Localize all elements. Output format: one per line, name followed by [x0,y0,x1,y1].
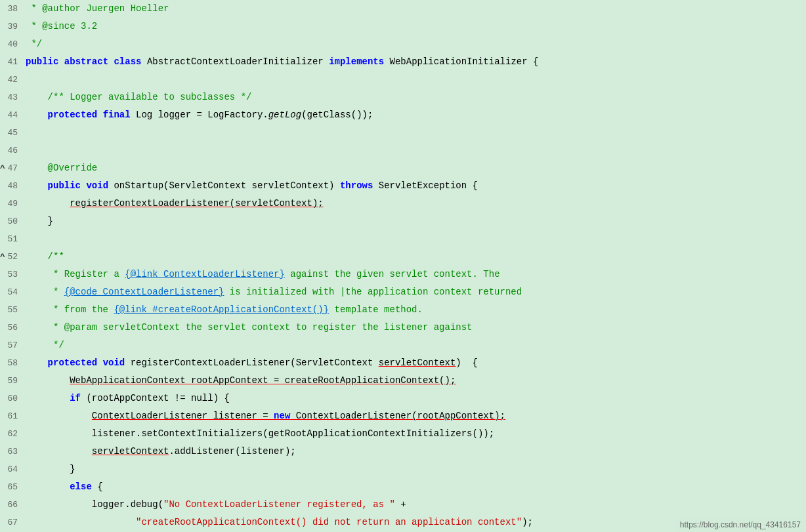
line-num-58: 58 [0,354,23,372]
line-num-49: 49 [0,195,23,213]
line-content-66: logger.debug("No ContextLoaderListener r… [23,496,806,514]
line-num-65: 65 [0,478,23,496]
code-line-42: 42 [0,71,806,89]
line-content-38: * @author Juergen Hoeller [23,0,806,18]
line-content-49: registerContextLoaderListener(servletCon… [23,195,806,213]
line-num-44: 44 [0,106,23,124]
code-line-54: 54 * {@code ContextLoaderListener} is in… [0,283,806,301]
code-line-62: 62 listener.setContextInitializers(getRo… [0,425,806,443]
code-line-64: 64 } [0,460,806,478]
line-content-40: */ [23,35,806,53]
line-num-59: 59 [0,372,23,390]
code-line-46: 46 [0,142,806,159]
code-line-60: 60 if (rootAppContext != null) { [0,390,806,407]
code-line-53: 53 * Register a {@link ContextLoaderList… [0,266,806,283]
line-content-52: /** [23,248,806,266]
code-line-41: 41 public abstract class AbstractContext… [0,53,806,71]
line-content-48: public void onStartup(ServletContext ser… [23,177,806,195]
line-content-50: } [23,213,806,230]
code-line-61: 61 ContextLoaderListener listener = new … [0,407,806,425]
code-line-44: 44 protected final Log logger = LogFacto… [0,106,806,124]
code-line-58: 58 protected void registerContextLoaderL… [0,354,806,372]
line-num-67: 67 [0,514,23,531]
line-content-47: @Override [23,159,806,177]
code-line-63: 63 servletContext.addListener(listener); [0,443,806,460]
line-num-48: 48 [0,177,23,195]
code-line-52: 52 /** [0,248,806,266]
line-num-38: 38 [0,0,23,18]
line-num-57: 57 [0,337,23,354]
code-line-65: 65 else { [0,478,806,496]
code-line-49: 49 registerContextLoaderListener(servlet… [0,195,806,213]
line-num-54: 54 [0,283,23,301]
line-content-64: } [23,460,806,478]
line-content-53: * Register a {@link ContextLoaderListene… [23,266,806,283]
code-line-59: 59 WebApplicationContext rootAppContext … [0,372,806,390]
line-content-60: if (rootAppContext != null) { [23,390,806,407]
line-num-56: 56 [0,319,23,337]
code-line-47: 47 @Override [0,159,806,177]
line-num-63: 63 [0,443,23,460]
code-line-55: 55 * from the {@link #createRootApplicat… [0,301,806,319]
line-num-47: 47 [0,159,23,177]
line-num-66: 66 [0,496,23,514]
code-line-45: 45 [0,124,806,142]
line-content-43: /** Logger available to subclasses */ [23,89,806,106]
line-content-62: listener.setContextInitializers(getRootA… [23,425,806,443]
line-num-52: 52 [0,248,23,266]
code-line-66: 66 logger.debug("No ContextLoaderListene… [0,496,806,514]
line-content-61: ContextLoaderListener listener = new Con… [23,407,806,425]
code-line-43: 43 /** Logger available to subclasses */ [0,89,806,106]
line-num-55: 55 [0,301,23,319]
line-content-39: * @since 3.2 [23,18,806,35]
line-content-44: protected final Log logger = LogFactory.… [23,106,806,124]
line-num-61: 61 [0,407,23,425]
code-line-40: 40 */ [0,35,806,53]
code-line-57: 57 */ [0,337,806,354]
code-editor: 38 * @author Juergen Hoeller 39 * @since… [0,0,806,532]
line-num-42: 42 [0,71,23,89]
line-num-40: 40 [0,35,23,53]
line-content-63: servletContext.addListener(listener); [23,443,806,460]
line-num-39: 39 [0,18,23,35]
line-num-50: 50 [0,213,23,230]
line-content-41: public abstract class AbstractContextLoa… [23,53,806,71]
line-num-53: 53 [0,266,23,283]
line-content-55: * from the {@link #createRootApplication… [23,301,806,319]
line-num-60: 60 [0,390,23,407]
line-content-56: * @param servletContext the servlet cont… [23,319,806,337]
line-content-57: */ [23,337,806,354]
code-line-48: 48 public void onStartup(ServletContext … [0,177,806,195]
watermark: https://blog.csdn.net/qq_43416157 [675,518,806,532]
code-line-51: 51 [0,230,806,248]
code-line-56: 56 * @param servletContext the servlet c… [0,319,806,337]
line-content-58: protected void registerContextLoaderList… [23,354,806,372]
line-num-41: 41 [0,53,23,71]
line-num-64: 64 [0,460,23,478]
line-content-54: * {@code ContextLoaderListener} is initi… [23,283,806,301]
line-num-45: 45 [0,124,23,142]
line-content-65: else { [23,478,806,496]
line-num-51: 51 [0,230,23,248]
line-content-59: WebApplicationContext rootAppContext = c… [23,372,806,390]
code-line-38: 38 * @author Juergen Hoeller [0,0,806,18]
code-line-39: 39 * @since 3.2 [0,18,806,35]
line-num-43: 43 [0,89,23,106]
code-line-50: 50 } [0,213,806,230]
line-num-46: 46 [0,142,23,159]
line-num-62: 62 [0,425,23,443]
